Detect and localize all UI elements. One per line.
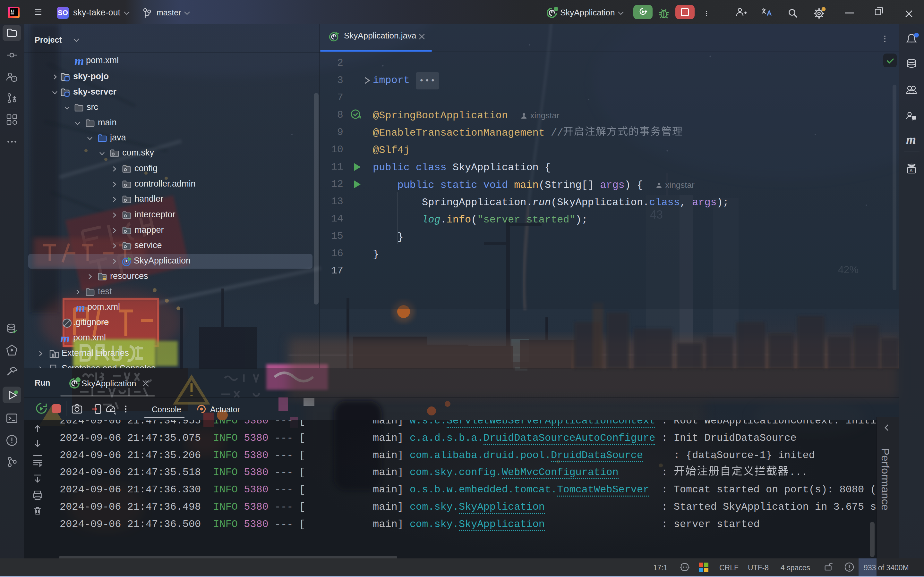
svg-text:A: A bbox=[909, 168, 913, 173]
